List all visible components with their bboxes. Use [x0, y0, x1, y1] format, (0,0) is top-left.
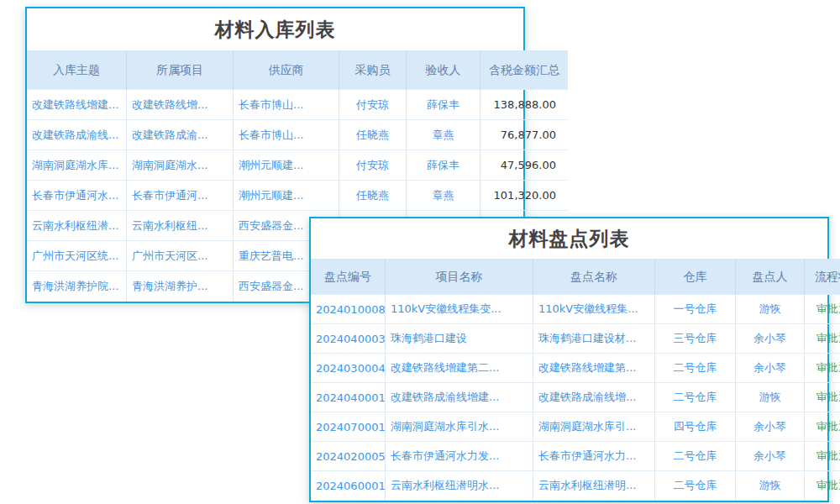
table-cell: 付安琼 [339, 90, 407, 120]
table-cell: 改建铁路线增... [127, 90, 234, 120]
table-cell: 任晓燕 [339, 181, 407, 211]
table-cell: 云南水利枢纽潜... [27, 211, 127, 241]
table-cell: 二号仓库 [655, 383, 736, 412]
inventory-table: 盘点编号项目名称盘点名称仓库盘点人流程状态2024010008110kV安徽线程… [311, 259, 840, 501]
table-cell: 余小琴 [736, 442, 805, 471]
table-row[interactable]: 改建铁路线增建...改建铁路线增...长春市博山...付安琼薛保丰138,888… [27, 90, 568, 120]
table-cell: 2024040001 [311, 383, 386, 412]
table-cell: 长春市博山... [234, 90, 339, 120]
table-cell: 薛保丰 [407, 150, 480, 181]
column-header-0: 入库主题 [27, 51, 127, 90]
table-cell: 改建铁路线增建第... [533, 354, 655, 383]
table-cell: 2024010008 [311, 295, 386, 324]
table-cell: 2024040003 [311, 324, 386, 354]
table-cell: 章燕 [407, 120, 480, 150]
table-cell: 改建铁路线增建... [27, 90, 127, 120]
table-cell: 湖南洞庭湖水库引水... [386, 412, 533, 442]
table-cell: 长春市伊通河... [127, 181, 234, 211]
column-header-5: 含税金额汇总 [480, 51, 569, 90]
table-cell: 余小琴 [736, 354, 805, 383]
table-cell: 湖南洞庭湖水库... [27, 150, 127, 181]
table-cell: 珠海鹤港口建设材... [533, 324, 655, 354]
table-cell: 审批通过 [805, 471, 840, 501]
column-header-1: 项目名称 [386, 260, 533, 295]
table-cell: 2024070001 [311, 412, 386, 442]
table-cell: 青海洪湖养护院... [27, 271, 127, 302]
column-header-2: 供应商 [234, 51, 339, 90]
table-cell: 湖南洞庭湖水... [127, 150, 234, 181]
table-row[interactable]: 2024040001改建铁路成渝线增建...改建铁路成渝线增...二号仓库游恢审… [311, 383, 840, 412]
table-cell: 改建铁路成渝... [127, 120, 234, 150]
table-cell: 任晓燕 [339, 120, 407, 150]
table-cell: 改建铁路线增建第二... [386, 354, 533, 383]
table-cell: 110kV安徽线程集变... [386, 295, 533, 324]
table-cell: 湖南洞庭湖水库引... [533, 412, 655, 442]
inventory-list-card: 材料盘点列表 盘点编号项目名称盘点名称仓库盘点人流程状态202401000811… [309, 217, 829, 502]
table-cell: 审批通过 [805, 412, 840, 442]
table-cell: 长春市伊通河水力发... [386, 442, 533, 471]
table-cell: 余小琴 [736, 324, 805, 354]
table-cell: 改建铁路成渝线增建... [386, 383, 533, 412]
table-row[interactable]: 改建铁路成渝线...改建铁路成渝...长春市博山...任晓燕章燕76,877.0… [27, 120, 568, 150]
table-cell: 云南水利枢纽潜明水... [386, 471, 533, 501]
table-cell: 二号仓库 [655, 442, 736, 471]
column-header-3: 仓库 [655, 260, 736, 295]
table-cell: 广州市天河区... [127, 241, 234, 271]
table-cell: 一号仓库 [655, 295, 736, 324]
table-cell: 长春市伊通河水力... [533, 442, 655, 471]
column-header-3: 采购员 [339, 51, 407, 90]
column-header-4: 验收人 [407, 51, 480, 90]
inventory-card-title: 材料盘点列表 [311, 218, 827, 259]
table-cell: 2024060001 [311, 471, 386, 501]
table-cell: 游恢 [736, 471, 805, 501]
column-header-1: 所属项目 [127, 51, 234, 90]
table-cell: 长春市伊通河水... [27, 181, 127, 211]
table-cell: 改建铁路成渝线增... [533, 383, 655, 412]
table-cell: 潮州元顺建... [234, 150, 339, 181]
table-cell: 云南水利枢纽潜明... [533, 471, 655, 501]
table-cell: 二号仓库 [655, 354, 736, 383]
table-row[interactable]: 长春市伊通河水...长春市伊通河...潮州元顺建...任晓燕章燕101,320.… [27, 181, 568, 211]
table-cell: 游恢 [736, 295, 805, 324]
header-row: 盘点编号项目名称盘点名称仓库盘点人流程状态 [311, 260, 840, 295]
table-row[interactable]: 湖南洞庭湖水库...湖南洞庭湖水...潮州元顺建...付安琼薛保丰47,596.… [27, 150, 568, 181]
table-cell: 潮州元顺建... [234, 181, 339, 211]
table-cell: 章燕 [407, 181, 480, 211]
table-cell: 云南水利枢纽... [127, 211, 234, 241]
table-cell: 110kV安徽线程集... [533, 295, 655, 324]
table-cell: 2024030004 [311, 354, 386, 383]
header-row: 入库主题所属项目供应商采购员验收人含税金额汇总 [27, 51, 568, 90]
table-cell: 薛保丰 [407, 90, 480, 120]
table-cell: 余小琴 [736, 412, 805, 442]
table-cell: 审批通过 [805, 295, 840, 324]
table-cell: 游恢 [736, 383, 805, 412]
table-cell: 审批通过 [805, 442, 840, 471]
table-cell: 审批通过 [805, 354, 840, 383]
table-cell: 四号仓库 [655, 412, 736, 442]
table-cell: 青海洪湖养护... [127, 271, 234, 302]
column-header-2: 盘点名称 [533, 260, 655, 295]
table-cell: 47,596.00 [480, 150, 569, 181]
table-cell: 珠海鹤港口建设 [386, 324, 533, 354]
column-header-4: 盘点人 [736, 260, 805, 295]
table-cell: 二号仓库 [655, 471, 736, 501]
table-cell: 2024020005 [311, 442, 386, 471]
table-cell: 广州市天河区统... [27, 241, 127, 271]
inbound-card-title: 材料入库列表 [27, 8, 523, 50]
column-header-5: 流程状态 [805, 260, 840, 295]
table-cell: 76,877.00 [480, 120, 569, 150]
table-cell: 改建铁路成渝线... [27, 120, 127, 150]
table-row[interactable]: 2024030004改建铁路线增建第二...改建铁路线增建第...二号仓库余小琴… [311, 354, 840, 383]
table-row[interactable]: 2024040003珠海鹤港口建设珠海鹤港口建设材...三号仓库余小琴审批通过 [311, 324, 840, 354]
table-row[interactable]: 2024020005长春市伊通河水力发...长春市伊通河水力...二号仓库余小琴… [311, 442, 840, 471]
table-cell: 长春市博山... [234, 120, 339, 150]
table-cell: 审批通过 [805, 383, 840, 412]
table-cell: 138,888.00 [480, 90, 569, 120]
table-cell: 付安琼 [339, 150, 407, 181]
table-row[interactable]: 2024010008110kV安徽线程集变...110kV安徽线程集...一号仓… [311, 295, 840, 324]
column-header-0: 盘点编号 [311, 260, 386, 295]
table-cell: 101,320.00 [480, 181, 569, 211]
table-cell: 三号仓库 [655, 324, 736, 354]
table-row[interactable]: 2024060001云南水利枢纽潜明水...云南水利枢纽潜明...二号仓库游恢审… [311, 471, 840, 501]
table-row[interactable]: 2024070001湖南洞庭湖水库引水...湖南洞庭湖水库引...四号仓库余小琴… [311, 412, 840, 442]
